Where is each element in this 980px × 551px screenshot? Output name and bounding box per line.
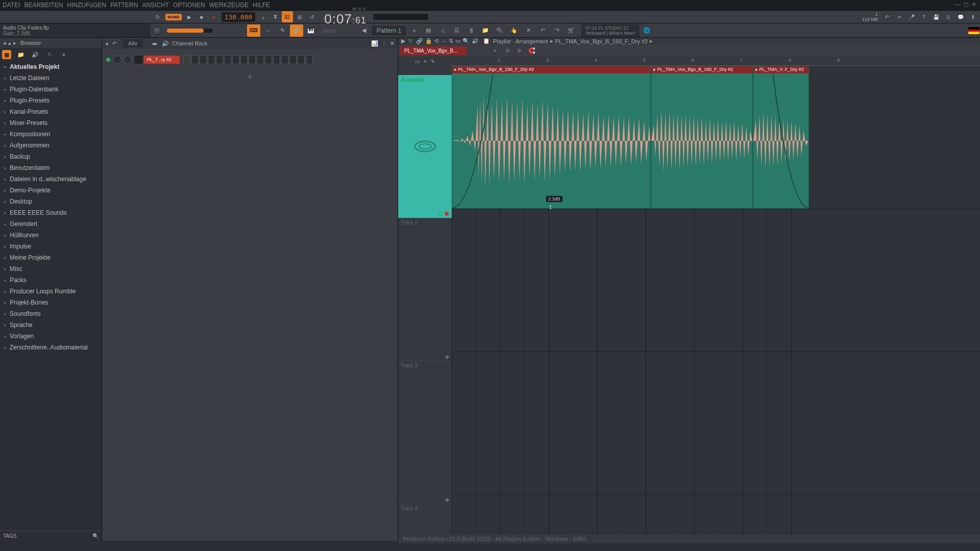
blend-button[interactable]: ✎ bbox=[276, 24, 289, 37]
song-mode-button[interactable]: SONG bbox=[165, 14, 182, 20]
browser-item[interactable]: Zerschnittene..Audiomaterial bbox=[0, 342, 102, 353]
redo-button[interactable]: ↷ bbox=[550, 24, 564, 37]
arrange-icon[interactable]: ⫸ bbox=[513, 44, 526, 57]
tools-icon[interactable]: ✂ bbox=[894, 11, 905, 22]
track-add-icon[interactable]: + bbox=[424, 59, 427, 64]
playlist-breadcrumb[interactable]: PL_TMA_Vox_Bgv_B_150_F_Dry #2 bbox=[555, 38, 648, 44]
stop-button[interactable]: ■ bbox=[196, 11, 207, 22]
step-sequencer[interactable] bbox=[183, 55, 313, 64]
browser-item[interactable]: Demo-Projekte bbox=[0, 185, 102, 196]
help-icon[interactable]: ? bbox=[918, 11, 929, 22]
loop-icon[interactable]: ↺ bbox=[306, 11, 317, 22]
browser-item[interactable]: Producer Loops Rumble bbox=[0, 286, 102, 297]
loop-icon[interactable]: ↻ bbox=[408, 38, 413, 44]
sync-icon[interactable]: ↻ bbox=[152, 11, 163, 22]
browser-tree[interactable]: Aktuelles Projekt Letzte Dateien Plugin-… bbox=[0, 61, 102, 531]
speaker-icon[interactable]: 🔊 bbox=[472, 38, 479, 44]
timeline-ruler[interactable]: 2 3 4 5 6 7 8 9 bbox=[452, 57, 980, 66]
browser-item[interactable]: Aktuelles Projekt bbox=[0, 61, 102, 72]
view-playlist-button[interactable]: ▤ bbox=[422, 24, 435, 37]
invert-icon[interactable]: ⇅ bbox=[449, 38, 453, 44]
save-icon[interactable]: 💾 bbox=[930, 11, 942, 22]
view-browser-button[interactable]: 📁 bbox=[479, 24, 492, 37]
browser-item[interactable]: EEEE EEEE Sounds bbox=[0, 207, 102, 218]
lock-icon[interactable]: 🔒 bbox=[425, 38, 432, 44]
browser-item[interactable]: Meine Projekte bbox=[0, 252, 102, 263]
link-icon[interactable]: 🔗 bbox=[416, 38, 423, 44]
browser-folder-icon[interactable]: 📁 bbox=[16, 50, 26, 59]
browser-item[interactable]: Aufgenommen bbox=[0, 140, 102, 151]
news-panel[interactable]: 07:12 FL STUDIO 21Released | What's New? bbox=[581, 24, 640, 37]
browser-item[interactable]: Packs bbox=[0, 274, 102, 286]
view-pianoroll-button[interactable]: ♫ bbox=[436, 24, 449, 37]
typing-keyboard-button[interactable]: ⌨ bbox=[247, 24, 260, 37]
browser-refresh-icon[interactable]: ↻ bbox=[45, 50, 54, 59]
main-volume-knob[interactable] bbox=[153, 26, 162, 35]
plugin-button[interactable]: 🔌 bbox=[493, 24, 506, 37]
channel-name[interactable]: PL_T...ry #2 bbox=[144, 56, 180, 64]
add-channel-button[interactable]: + bbox=[106, 67, 394, 87]
undo-history-icon[interactable]: ↶ bbox=[881, 11, 893, 22]
minimize-button[interactable]: — bbox=[954, 2, 961, 9]
sync-icon[interactable]: ⟲ bbox=[434, 38, 439, 44]
de-flag-icon[interactable] bbox=[968, 27, 979, 34]
chanrack-menu-icon[interactable]: ⋮ bbox=[381, 40, 387, 47]
track-solo-icon[interactable] bbox=[446, 356, 449, 359]
close-button[interactable]: ✕ bbox=[970, 2, 977, 9]
track-solo-icon[interactable] bbox=[446, 498, 449, 502]
render-icon[interactable]: ⎙ bbox=[943, 11, 954, 22]
main-volume-slider[interactable] bbox=[167, 29, 213, 33]
audio-clip-1[interactable]: ▸ PL_TMA_Vox_Bgv_B_150_F_Dry #2 bbox=[452, 66, 651, 209]
snap-value[interactable]: 32. bbox=[282, 11, 293, 22]
audio-clip-2[interactable]: ▸ PL_TMA_Vox_Bgv_B_150_F_Dry #2 bbox=[651, 66, 753, 209]
chanrack-graph-icon[interactable]: 📊 bbox=[371, 40, 378, 47]
browser-item[interactable]: Kompositionen bbox=[0, 129, 102, 140]
midi-button[interactable]: 🎹 bbox=[304, 24, 317, 37]
arrow-icon[interactable]: ↔ bbox=[441, 38, 447, 44]
browser-item[interactable]: Impulse bbox=[0, 241, 102, 252]
browser-item[interactable]: Plugin-Presets bbox=[0, 95, 102, 106]
chat-icon[interactable]: 💬 bbox=[955, 11, 966, 22]
browser-item[interactable]: Benutzerdaten bbox=[0, 162, 102, 173]
undo-button[interactable]: ↶ bbox=[536, 24, 549, 37]
menu-pattern[interactable]: PATTERN bbox=[110, 2, 138, 9]
track-header-3[interactable]: Track 3 bbox=[398, 361, 452, 504]
menu-help[interactable]: HILFE bbox=[253, 2, 270, 9]
add-marker-icon[interactable]: + bbox=[489, 44, 501, 57]
view-channelrack-button[interactable]: ☰ bbox=[450, 24, 463, 37]
select-icon[interactable]: ▭ bbox=[455, 38, 460, 44]
play-button[interactable]: ▶ bbox=[184, 11, 195, 22]
step-rec-button[interactable]: → bbox=[261, 24, 275, 37]
track-solo-icon[interactable] bbox=[445, 212, 449, 216]
download-icon[interactable]: ⬇ bbox=[967, 11, 978, 22]
track-mute-icon[interactable] bbox=[438, 212, 443, 216]
playlist-grid[interactable]: 2 3 4 5 6 7 8 9 bbox=[452, 57, 980, 534]
browser-item[interactable]: Mixer-Presets bbox=[0, 117, 102, 129]
channel-filter[interactable]: Alle bbox=[123, 39, 142, 47]
channel-vol-knob[interactable] bbox=[124, 56, 132, 64]
del-marker-icon[interactable]: ✕ bbox=[501, 44, 513, 57]
browser-item[interactable]: Plugin-Datenbank bbox=[0, 84, 102, 95]
browser-sound-icon[interactable]: 🔊 bbox=[31, 50, 40, 59]
browser-item[interactable]: Hüllkurven bbox=[0, 230, 102, 241]
wait-icon[interactable]: ⧗ bbox=[270, 11, 281, 22]
shop-button[interactable]: 🛒 bbox=[565, 24, 578, 37]
channel-pan-knob[interactable] bbox=[113, 56, 121, 64]
menu-tools[interactable]: WERKZEUGE bbox=[209, 2, 249, 9]
channel-row[interactable]: PL_T...ry #2 bbox=[106, 53, 394, 66]
channel-route-slot[interactable] bbox=[134, 55, 143, 64]
view-mixer-button[interactable]: 🎚 bbox=[464, 24, 478, 37]
menu-options[interactable]: OPTIONEN bbox=[173, 2, 205, 9]
audio-clip-3[interactable]: ▸ PL_TMA_V..F_Dry #2 bbox=[753, 66, 809, 209]
menu-add[interactable]: HINZUFüGEN bbox=[67, 2, 106, 9]
menu-edit[interactable]: BEARBEITEN bbox=[24, 2, 63, 9]
browser-item[interactable]: Misc bbox=[0, 263, 102, 274]
zoom-icon[interactable]: 🔍 bbox=[462, 38, 470, 44]
search-icon[interactable]: 🔍 bbox=[92, 533, 99, 539]
menu-view[interactable]: ANSICHT bbox=[142, 2, 169, 9]
browser-item[interactable]: Letzte Dateien bbox=[0, 72, 102, 84]
browser-item[interactable]: Kanal-Presets bbox=[0, 106, 102, 117]
track-header-1[interactable]: Acapella bbox=[398, 75, 452, 218]
track-header-2[interactable]: Track 2 bbox=[398, 218, 452, 361]
step-icon[interactable]: ⊞ bbox=[294, 11, 305, 22]
